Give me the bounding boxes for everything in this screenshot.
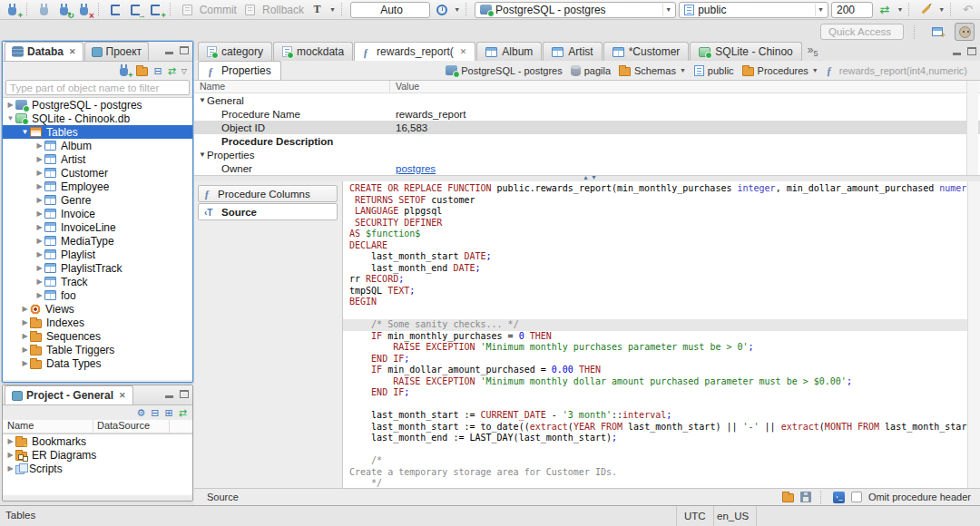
splitter[interactable]: ▲▼ — [194, 175, 980, 181]
view-menu-icon[interactable]: ▽ — [181, 67, 187, 75]
property-row[interactable]: Ownerpostgres — [194, 161, 980, 175]
tree-item[interactable]: ▶Data Types — [3, 356, 192, 370]
tree-item[interactable]: ▼Tables — [3, 125, 192, 139]
tree-item[interactable]: ▶MediaType — [3, 234, 192, 248]
breadcrumb-item[interactable]: public — [694, 65, 734, 76]
group-expander-icon[interactable]: ▼ — [198, 151, 207, 159]
source-code[interactable]: CREATE OR REPLACE FUNCTION public.reward… — [343, 183, 967, 488]
code-line[interactable]: IF min_monthly_purchases = 0 THEN — [349, 331, 967, 343]
link-with-editor-icon[interactable]: ⇄ — [179, 407, 187, 419]
expander-icon[interactable]: ▶ — [20, 318, 30, 326]
source-scrollbar[interactable] — [967, 181, 980, 488]
expander-icon[interactable]: ▶ — [34, 223, 44, 231]
load-from-file-icon[interactable] — [782, 493, 794, 502]
history-dropdown-arrow[interactable]: ▼ — [454, 6, 460, 13]
code-line[interactable] — [349, 444, 967, 456]
editor-tab-rewardsreport[interactable]: rewards_report(✕ — [354, 42, 475, 61]
chevron-down-icon[interactable]: ▼ — [812, 67, 818, 73]
tree-item[interactable]: ▶Genre — [3, 193, 192, 207]
editor-tab-artist[interactable]: Artist — [543, 42, 602, 61]
close-icon[interactable]: ✕ — [119, 391, 126, 400]
group-expander-icon[interactable]: ▼ — [198, 96, 207, 104]
expander-icon[interactable]: ▶ — [34, 182, 44, 190]
maximize-icon[interactable] — [967, 47, 976, 55]
tree-item[interactable]: ▶Table Triggers — [3, 343, 192, 356]
tree-item[interactable]: ▶Track — [3, 275, 192, 288]
code-line[interactable]: END IF; — [349, 387, 967, 399]
splitter-handle-icon[interactable]: ▲▼ — [583, 174, 599, 180]
expander-icon[interactable]: ▶ — [5, 101, 15, 109]
editor-tab-customer[interactable]: *Customer — [603, 42, 690, 61]
expander-icon[interactable]: ▼ — [20, 128, 30, 136]
tab-project-general[interactable]: Project - General ✕ — [5, 385, 133, 404]
editor-tab-mockdata[interactable]: mockdata — [273, 42, 353, 61]
expander-icon[interactable]: ▶ — [5, 464, 15, 472]
connection-combo[interactable]: PostgreSQL - postgres ▼ — [475, 2, 676, 18]
property-row[interactable]: Object ID16,583 — [194, 121, 980, 134]
property-row[interactable]: ▼General — [194, 93, 980, 107]
tree-item[interactable]: ▶Sequences — [3, 329, 192, 343]
code-line[interactable]: rr RECORD; — [349, 274, 967, 286]
tree-item[interactable]: ▶Employee — [3, 180, 192, 193]
code-line[interactable]: /* — [349, 455, 967, 467]
refresh-button[interactable]: ⇄ — [876, 1, 893, 18]
object-filter-input[interactable] — [5, 80, 190, 95]
code-line[interactable]: /* Some sanity checks... */ — [343, 319, 967, 331]
code-line[interactable]: last_month_start DATE; — [349, 251, 967, 263]
detail-tab-source[interactable]: Source — [198, 203, 338, 220]
transaction-log-button[interactable]: T — [309, 1, 326, 18]
code-line[interactable]: last_month_start := CURRENT_DATE - '3 mo… — [349, 410, 967, 422]
connect-button[interactable] — [35, 1, 53, 18]
undo-button[interactable]: ↶ — [959, 1, 976, 18]
expander-icon[interactable]: ▶ — [20, 332, 30, 340]
locale-indicator[interactable]: en_US — [710, 506, 757, 526]
dbeaver-perspective-button[interactable] — [955, 23, 975, 41]
code-line[interactable] — [349, 399, 967, 411]
show-in-console-icon[interactable]: ›_ — [833, 492, 845, 503]
code-line[interactable]: END IF; — [349, 354, 967, 365]
close-icon[interactable]: ✕ — [69, 47, 76, 56]
column-datasource[interactable]: DataSource — [93, 420, 170, 433]
code-line[interactable]: SECURITY DEFINER — [349, 218, 967, 229]
expander-icon[interactable]: ▶ — [34, 291, 44, 299]
tree-item[interactable]: ▶Artist — [3, 152, 192, 166]
code-line[interactable]: CREATE OR REPLACE FUNCTION public.reward… — [349, 183, 967, 195]
new-folder-icon[interactable] — [136, 67, 148, 76]
collapse-all-icon[interactable]: ⊟ — [153, 65, 162, 77]
code-line[interactable]: DECLARE — [349, 240, 967, 252]
expander-icon[interactable]: ▶ — [5, 451, 15, 459]
code-line[interactable]: IF min_dollar_amount_purchased = 0.00 TH… — [349, 365, 967, 376]
property-row[interactable]: Procedure Description — [194, 134, 980, 148]
settings-gear-icon[interactable]: ⚙ — [136, 407, 145, 419]
schema-combo[interactable]: public ▼ — [679, 2, 828, 18]
code-line[interactable]: AS $function$ — [349, 229, 967, 240]
collapse-all-icon[interactable]: ⊟ — [151, 407, 159, 419]
rollback-button[interactable]: Rollback — [262, 4, 304, 16]
expander-icon[interactable]: ▼ — [5, 114, 15, 122]
omit-procedure-header-checkbox[interactable] — [851, 492, 862, 502]
edit-button[interactable] — [917, 1, 935, 18]
minimize-icon[interactable] — [165, 52, 173, 54]
expander-icon[interactable]: ▶ — [34, 141, 44, 150]
sql-editor-button[interactable] — [107, 1, 124, 18]
open-perspective-button[interactable] — [927, 23, 947, 41]
tree-item[interactable]: ▶foo — [3, 288, 192, 302]
tree-item[interactable]: ▶Invoice — [3, 207, 192, 220]
refresh-dropdown-arrow[interactable]: ▼ — [897, 6, 903, 13]
column-value[interactable]: Value — [390, 81, 980, 93]
open-sql-editor-button[interactable]: → — [127, 1, 144, 18]
minimize-icon[interactable] — [953, 53, 961, 55]
new-connection-button[interactable]: + — [4, 1, 21, 18]
expander-icon[interactable]: ▶ — [34, 237, 44, 245]
breadcrumb-item[interactable]: pagila — [571, 65, 611, 76]
expander-icon[interactable]: ▶ — [20, 305, 30, 313]
code-line[interactable]: RETURNS SETOF customer — [349, 195, 967, 207]
tree-item[interactable]: ▶PostgreSQL - postgres — [3, 98, 192, 112]
editor-tab-album[interactable]: Album — [476, 42, 542, 61]
expander-icon[interactable]: ▶ — [34, 196, 44, 204]
chevron-down-icon[interactable]: ▼ — [680, 67, 686, 73]
column-name[interactable]: Name — [3, 420, 93, 433]
tab-projects[interactable]: Проект — [84, 42, 150, 61]
tree-item[interactable]: ▼SQLite - Chinook.db — [3, 112, 192, 125]
link-with-editor-icon[interactable]: ⇄ — [168, 65, 176, 77]
